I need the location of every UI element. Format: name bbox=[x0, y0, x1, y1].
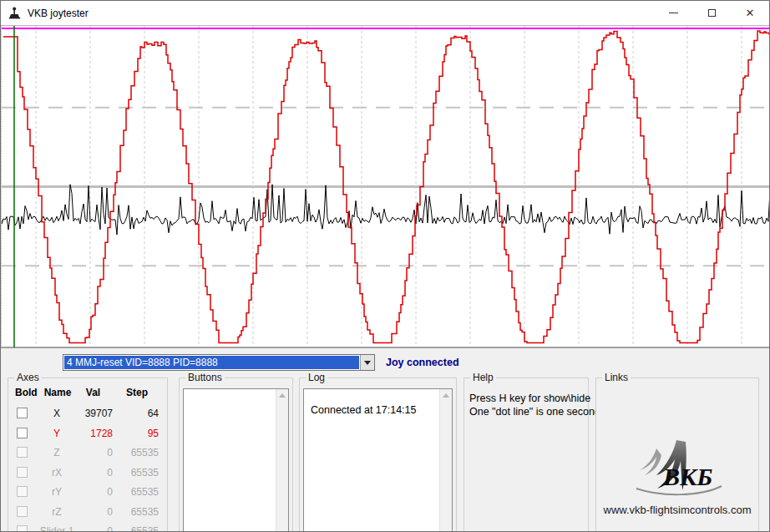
help-panel-title: Help bbox=[470, 372, 496, 383]
minimize-button[interactable] bbox=[654, 1, 692, 25]
axis-step: 65535 bbox=[114, 525, 159, 532]
bold-checkbox bbox=[17, 447, 28, 458]
log-list-scrollbar[interactable] bbox=[439, 389, 452, 532]
column-header-step: Step bbox=[115, 387, 159, 398]
axis-row-ry: rY065535 bbox=[8, 483, 167, 502]
help-line: Press H key for show\hide bbox=[469, 392, 600, 405]
bold-checkbox bbox=[17, 525, 28, 532]
axis-value: 0 bbox=[73, 467, 113, 479]
buttons-list-scrollbar[interactable] bbox=[276, 389, 288, 532]
axis-row-x: X3970764 bbox=[8, 404, 167, 423]
axis-value: 1728 bbox=[73, 428, 113, 439]
axis-row-slider1: Slider 1065535 bbox=[8, 522, 167, 532]
log-panel-title: Log bbox=[306, 372, 327, 383]
axis-step: 65535 bbox=[114, 467, 159, 479]
control-panel: 4 MMJ-reset VID=8888 PID=8888 Joy connec… bbox=[1, 347, 770, 532]
joystick-icon bbox=[8, 7, 21, 19]
minimize-icon bbox=[669, 13, 678, 13]
axis-row-y: Y172895 bbox=[8, 424, 167, 443]
axis-value: 0 bbox=[73, 447, 113, 459]
axes-panel: Axes Bold Name Val Step X3970764Y172895Z… bbox=[8, 377, 168, 532]
close-button[interactable]: ✕ bbox=[731, 1, 769, 25]
vkb-logo: ВКБ bbox=[615, 438, 740, 501]
links-panel: Links ВКБ www.vkb-flightsimcontrols.com bbox=[595, 377, 759, 532]
axes-table-header: Bold Name Val Step bbox=[8, 387, 167, 400]
bold-checkbox bbox=[17, 467, 28, 478]
axis-row-rz: rZ065535 bbox=[8, 503, 167, 522]
axes-panel-title: Axes bbox=[14, 372, 42, 383]
log-entry: Connected at 17:14:15 bbox=[311, 404, 417, 416]
log-list[interactable]: Connected at 17:14:15 bbox=[303, 388, 453, 532]
help-text: Press H key for show\hide One "dot line"… bbox=[469, 392, 600, 418]
axis-value: 0 bbox=[73, 506, 113, 518]
bold-checkbox bbox=[17, 506, 28, 517]
buttons-panel-title: Buttons bbox=[185, 372, 225, 383]
bold-checkbox[interactable] bbox=[17, 428, 28, 438]
axis-step: 65535 bbox=[114, 506, 159, 518]
axis-step: 65535 bbox=[114, 486, 159, 498]
scroll-up-icon bbox=[443, 393, 449, 398]
caption-buttons: ✕ bbox=[654, 1, 769, 25]
help-line: One "dot line" is one second bbox=[469, 405, 600, 418]
column-header-val: Val bbox=[73, 387, 113, 398]
column-header-name: Name bbox=[38, 387, 78, 398]
bold-checkbox bbox=[17, 486, 28, 497]
axis-step: 65535 bbox=[114, 447, 159, 459]
log-panel: Log Connected at 17:14:15 bbox=[299, 377, 457, 532]
axis-value: 0 bbox=[73, 525, 113, 532]
maximize-button[interactable] bbox=[692, 1, 731, 25]
axis-value: 0 bbox=[73, 486, 113, 498]
x-axis-trace bbox=[2, 185, 770, 235]
buttons-list[interactable] bbox=[183, 388, 289, 532]
maximize-icon bbox=[708, 9, 716, 17]
chevron-down-icon bbox=[364, 361, 371, 365]
app-window: VKB joytester ✕ 4 MMJ-reset VID=8888 PID… bbox=[0, 0, 770, 532]
bold-checkbox[interactable] bbox=[17, 408, 28, 418]
window-title: VKB joytester bbox=[28, 8, 89, 19]
column-header-bold: Bold bbox=[15, 387, 38, 398]
axis-value: 39707 bbox=[73, 408, 113, 419]
axis-step: 64 bbox=[114, 408, 159, 419]
device-select-dropdown-button[interactable] bbox=[360, 355, 374, 370]
device-selected-value: 4 MMJ-reset VID=8888 PID=8888 bbox=[64, 356, 359, 369]
logo-text: ВКБ bbox=[662, 463, 712, 490]
buttons-panel: Buttons bbox=[179, 377, 293, 532]
axis-trace-chart bbox=[1, 25, 770, 347]
close-icon: ✕ bbox=[746, 8, 755, 18]
links-panel-title: Links bbox=[602, 372, 631, 383]
device-select[interactable]: 4 MMJ-reset VID=8888 PID=8888 bbox=[63, 354, 375, 371]
connection-status: Joy connected bbox=[386, 357, 459, 368]
scroll-up-icon bbox=[279, 393, 286, 398]
axis-row-z: Z065535 bbox=[8, 443, 167, 463]
help-panel: Help Press H key for show\hide One "dot … bbox=[464, 377, 589, 532]
titlebar[interactable]: VKB joytester ✕ bbox=[1, 1, 769, 25]
website-link[interactable]: www.vkb-flightsimcontrols.com bbox=[596, 504, 758, 516]
axis-step: 95 bbox=[114, 428, 159, 439]
axis-row-rx: rX065535 bbox=[8, 464, 167, 483]
